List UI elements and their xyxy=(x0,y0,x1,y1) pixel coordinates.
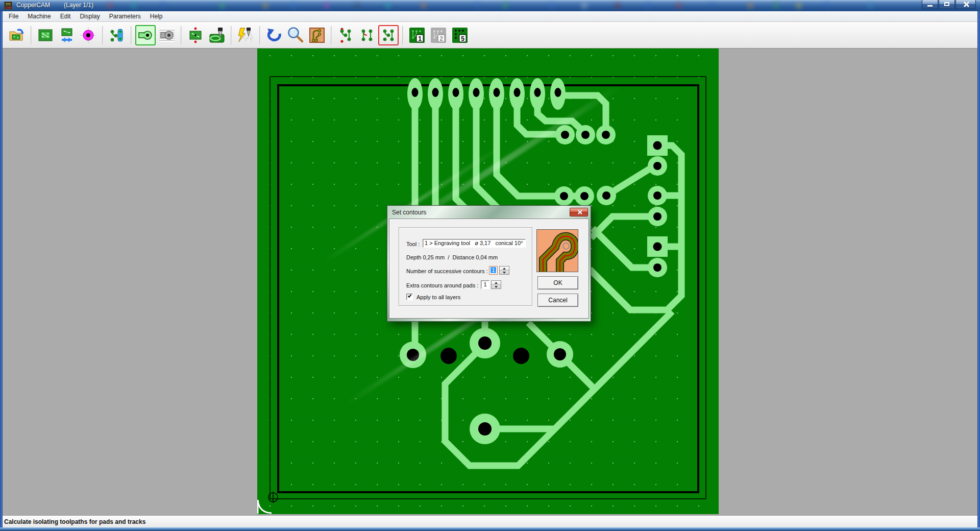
board-view-button[interactable] xyxy=(35,25,56,45)
drill-points-icon xyxy=(187,27,204,44)
menu-edit[interactable]: Edit xyxy=(56,11,76,21)
ok-button[interactable]: OK xyxy=(537,276,578,289)
board-view-icon xyxy=(37,27,54,44)
extra-contours-input[interactable]: 1 xyxy=(481,280,489,289)
board-milling-icon xyxy=(208,27,226,44)
copper-preview-button[interactable] xyxy=(307,25,327,45)
pad-hatching-icon xyxy=(158,27,176,44)
undo-button[interactable] xyxy=(264,25,284,45)
spin-up-button[interactable] xyxy=(492,281,501,284)
extra-contours-label: Extra contours around pads : xyxy=(406,282,478,288)
pad-contours-icon xyxy=(137,27,154,44)
coppercam-app-icon xyxy=(4,2,12,10)
close-icon xyxy=(963,2,969,7)
menu-help[interactable]: Help xyxy=(145,11,167,21)
svg-text:2: 2 xyxy=(439,35,443,42)
minimize-button[interactable] xyxy=(922,0,938,9)
window-border-left xyxy=(0,11,3,531)
layer-1-button[interactable]: 1 xyxy=(407,25,427,45)
pads-button[interactable] xyxy=(78,25,99,45)
layer-5-icon: 5 xyxy=(451,27,469,44)
contours-groupbox: Tool : 1 > Engraving tool ø 3,17 conical… xyxy=(399,227,532,306)
apply-all-layers-checkbox[interactable] xyxy=(406,294,413,300)
tracks-red-segment-button[interactable] xyxy=(357,25,377,45)
dialog-title: Set contours xyxy=(392,209,426,216)
status-message: Calculate isolating toolpaths for pads a… xyxy=(0,518,145,525)
drill-points-button[interactable] xyxy=(185,25,206,45)
spin-down-button[interactable] xyxy=(500,270,509,274)
dialog-close-icon xyxy=(577,210,582,214)
depth-distance-label: Depth 0,25 mm / Distance 0,04 mm xyxy=(406,254,498,260)
tracks-icon xyxy=(108,27,126,44)
extra-contours-spinner: 1 xyxy=(481,280,501,289)
statusbar: Calculate isolating toolpaths for pads a… xyxy=(0,515,980,527)
desktop-glass-blur xyxy=(0,0,980,11)
contours-count-spinner: 1 xyxy=(489,266,509,275)
checkmark-icon xyxy=(408,294,412,298)
dialog-titlebar[interactable]: Set contours xyxy=(389,207,589,219)
tool-label: Tool : xyxy=(406,241,420,247)
pad-hatching-button[interactable] xyxy=(157,25,177,45)
tool-field: 1 > Engraving tool ø 3,17 conical 10° xyxy=(423,239,526,248)
pads-icon xyxy=(80,27,97,44)
maximize-button[interactable] xyxy=(939,0,955,9)
contours-count-label: Number of successive contours : xyxy=(406,268,488,274)
board-dimensions-icon xyxy=(58,27,76,44)
cancel-button[interactable]: Cancel xyxy=(537,294,578,307)
pad-contours-button[interactable] xyxy=(135,25,156,45)
spin-down-button[interactable] xyxy=(492,284,501,288)
layer-1-icon: 1 xyxy=(408,27,426,44)
toolbar: 1 2 5 xyxy=(0,22,980,49)
menu-file[interactable]: File xyxy=(4,11,23,21)
board-milling-button[interactable] xyxy=(207,25,227,45)
svg-text:1: 1 xyxy=(418,35,422,42)
layer-5-button[interactable]: 5 xyxy=(450,25,470,45)
undo-icon xyxy=(265,27,283,44)
apply-all-layers-label: Apply to all layers xyxy=(416,294,460,300)
dialog-body: Tool : 1 > Engraving tool ø 3,17 conical… xyxy=(389,219,589,319)
tracks-drills-red-button[interactable] xyxy=(335,25,356,45)
svg-text:5: 5 xyxy=(461,35,464,42)
workspace-canvas[interactable]: Set contours Tool : 1 > Engraving tool ø… xyxy=(0,49,980,515)
window-border-bottom xyxy=(0,527,980,531)
menubar: File Machine Edit Display Parameters Hel… xyxy=(0,11,980,22)
contours-count-input[interactable]: 1 xyxy=(489,266,498,275)
toolbar-separator xyxy=(259,26,260,44)
dialog-close-button[interactable] xyxy=(570,208,588,216)
spin-up-button[interactable] xyxy=(500,267,509,270)
zoom-button[interactable] xyxy=(285,25,306,45)
tracks-red-segment-icon xyxy=(358,27,376,44)
tracks-button[interactable] xyxy=(107,25,127,45)
tracks-red-frame-button[interactable] xyxy=(378,25,399,45)
toolbar-separator xyxy=(131,26,132,44)
window-border-right xyxy=(977,11,980,531)
set-contours-dialog: Set contours Tool : 1 > Engraving tool ø… xyxy=(387,205,591,322)
toolbar-separator xyxy=(181,26,182,44)
tracks-red-frame-icon xyxy=(380,27,397,44)
layer-2-icon: 2 xyxy=(430,27,447,44)
tracks-drills-red-icon xyxy=(337,27,354,44)
open-file-icon xyxy=(8,27,26,44)
contour-preview-image xyxy=(537,230,578,272)
copper-preview-icon xyxy=(308,27,326,44)
maximize-icon xyxy=(944,2,949,6)
layer-2-button[interactable]: 2 xyxy=(428,25,449,45)
toolbar-separator xyxy=(31,26,32,44)
menu-display[interactable]: Display xyxy=(75,11,104,21)
toolbar-separator xyxy=(402,26,403,44)
open-file-button[interactable] xyxy=(7,25,27,45)
engraving-button[interactable] xyxy=(235,25,256,45)
menu-parameters[interactable]: Parameters xyxy=(105,11,145,21)
board-dimensions-button[interactable] xyxy=(57,25,77,45)
window-title: CopperCAM xyxy=(16,2,50,9)
engraving-icon xyxy=(237,27,254,44)
toolbar-separator xyxy=(231,26,232,44)
toolbar-separator xyxy=(331,26,332,44)
coppercam-window: CopperCAM (Layer 1/1) File Machine Edit … xyxy=(0,0,980,531)
close-button[interactable] xyxy=(955,0,976,9)
menu-machine[interactable]: Machine xyxy=(23,11,55,21)
toolbar-separator xyxy=(102,26,103,44)
titlebar[interactable]: CopperCAM (Layer 1/1) xyxy=(0,0,980,11)
zoom-icon xyxy=(287,27,304,44)
layer-indicator: (Layer 1/1) xyxy=(64,2,93,9)
